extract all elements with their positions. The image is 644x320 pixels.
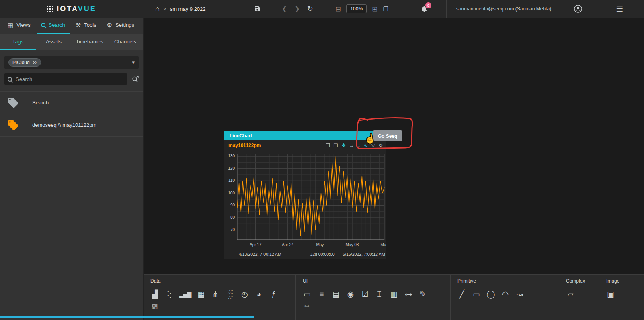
image-icon[interactable]: ▣ [606,290,615,298]
nav-item-settings[interactable]: ⚙ Settings [103,18,139,34]
zoom-in-icon[interactable]: ⊞ [372,6,377,12]
tag-list: Searchdemoseeq \\ may101122pm [0,91,143,137]
time-range-end: 5/15/2022, 7:00:12 AM [343,252,385,257]
line-icon[interactable]: ╱ [457,290,466,298]
polyline-icon[interactable]: ↝ [515,290,524,298]
palette-section-data: Data▟⢕▂▅▇▦⋔░◴◕ƒ▩ [144,275,295,320]
tab-assets[interactable]: Assets [36,34,72,50]
map-icon[interactable]: ▱ [566,290,575,298]
search-icon [41,23,45,27]
move-icon[interactable]: ✥ [342,143,346,148]
datasource-chip[interactable]: PICloud ⊗ [8,58,41,67]
time-range-duration: 32d 00:00:00 [310,252,334,257]
bell-icon[interactable]: 9 [420,5,428,12]
chip-close-icon[interactable]: ⊗ [33,59,37,65]
circle-icon[interactable]: ◯ [486,290,495,298]
app-logo: IOTAVUE [0,0,144,18]
linechart-widget[interactable]: LineChart may101122pm ❐❏✥↔↕∿▽↻ 708090100… [224,131,386,259]
palette-section-label: Primitive [457,278,559,284]
widget-title: LineChart [230,133,252,139]
text-field-icon[interactable]: ⌶ [375,290,384,298]
horizontal-scrollbar[interactable] [0,316,254,318]
bar-chart-icon[interactable]: ▂▅▇ [179,291,191,297]
home-icon[interactable]: ⌂ [155,5,160,12]
tab-channels[interactable]: Channels [107,34,143,50]
tab-tags[interactable]: Tags [0,34,36,50]
calendar-icon[interactable]: ▥ [390,290,398,298]
stretch-horizontal-icon[interactable]: ↔ [349,143,354,148]
saved-search-icon[interactable] [131,75,139,83]
function-stream-icon[interactable]: ƒ [269,290,278,298]
hierarchy-icon[interactable]: ⋔ [211,290,220,298]
hamburger-menu-icon[interactable]: ☰ [616,5,623,13]
forward-icon[interactable]: ❯ [294,6,299,12]
history-nav: ❮ ❯ ↻ [273,0,322,18]
y-tick-label: 100 [228,191,235,195]
popout-icon[interactable]: ❐ [326,143,330,148]
history-icon[interactable]: ↻ [379,143,383,148]
tab-label: Channels [114,39,136,45]
input-box-icon[interactable]: ▭ [303,290,312,298]
back-icon[interactable]: ❮ [282,6,287,12]
hand-cursor-icon: ☝ [363,132,376,145]
notifications: 9 [402,0,446,18]
heatmap-icon[interactable]: ░ [226,290,234,298]
widget-header[interactable]: LineChart [224,131,386,140]
nav-label: Search [49,22,65,28]
nav-item-views[interactable]: ▦ Views [3,18,35,34]
go-seeq-tooltip[interactable]: Go Seeq [373,130,402,141]
rectangle-icon[interactable]: ▭ [472,290,481,298]
toggle-icon[interactable]: ⊶ [404,290,413,298]
logo-text-accent: VUE [78,5,96,13]
topbar: IOTAVUE ⌂ » sm may 9 2022 ❮ ❯ ↻ ⊟ 100% ⊞… [0,0,644,18]
tab-timeframes[interactable]: Timeframes [72,34,107,50]
zoom-out-icon[interactable]: ⊟ [335,6,341,12]
equalizer-icon[interactable]: ≡ [317,290,326,298]
tag-label: demoseeq \\ may101122pm [32,122,96,128]
tab-label: Timeframes [76,39,103,45]
donut-chart-icon[interactable]: ◕ [254,290,263,298]
nav-item-tools[interactable]: ⚒ Tools [71,18,101,34]
chart-box-icon[interactable]: ▩ [150,303,159,310]
search-input[interactable] [16,76,124,82]
pivot-grid-icon[interactable]: ▦ [197,290,205,298]
account-icon[interactable] [574,4,582,13]
notification-badge: 9 [425,2,431,8]
settings-gear-icon: ⚙ [107,22,112,29]
stretch-vertical-icon[interactable]: ↕ [358,143,360,148]
user-email: sanman.mehta@seeq.com (Sanman Mehta) [456,6,551,12]
area-chart-icon[interactable]: ▟ [150,290,159,298]
nav-label: Tools [84,22,96,28]
list-view-icon[interactable]: ▤ [332,290,340,298]
scatter-chart-icon[interactable]: ⢕ [165,290,174,298]
gauge-icon[interactable]: ◴ [240,290,249,298]
canvas[interactable]: LineChart may101122pm ❐❏✥↔↕∿▽↻ 708090100… [144,18,644,274]
tag-list-item[interactable]: demoseeq \\ may101122pm [0,114,143,137]
palette-section-label: Image [606,278,644,284]
checkbox-icon[interactable]: ☑ [361,290,369,298]
line-chart: 708090100110120130Apr 17Apr 24MayMay 08M… [224,151,386,251]
search-row [4,73,139,85]
edit-icon[interactable]: ✎ [418,290,427,298]
tab-label: Tags [12,39,23,45]
refresh-icon[interactable]: ↻ [307,5,313,12]
logo-grid-icon [47,6,53,12]
y-tick-label: 80 [230,215,235,220]
sidebar-tabs: Tags Assets Timeframes Channels [0,34,143,50]
tag-label: Search [32,100,49,106]
search-field[interactable] [4,73,127,85]
arc-icon[interactable]: ◠ [501,290,510,298]
y-tick-label: 130 [228,154,235,158]
fullscreen-icon[interactable]: ❏ [334,143,338,148]
tag-list-item[interactable]: Search [0,92,143,114]
chip-label: PICloud [12,60,30,65]
palette: Data▟⢕▂▅▇▦⋔░◴◕ƒ▩UI▭≡▤◉☑⌶▥⊶✎✏Primitive╱▭◯… [144,274,644,320]
save-section [241,0,273,18]
open-external-icon[interactable]: ❐ [383,6,388,12]
radio-button-icon[interactable]: ◉ [346,290,355,298]
edit-form-icon[interactable]: ✏ [303,303,312,310]
datasource-dropdown[interactable]: PICloud ⊗ ▾ [4,56,139,69]
save-icon[interactable] [254,6,260,12]
palette-section-image: Image▣ [599,275,644,320]
nav-item-search[interactable]: Search [37,18,70,34]
